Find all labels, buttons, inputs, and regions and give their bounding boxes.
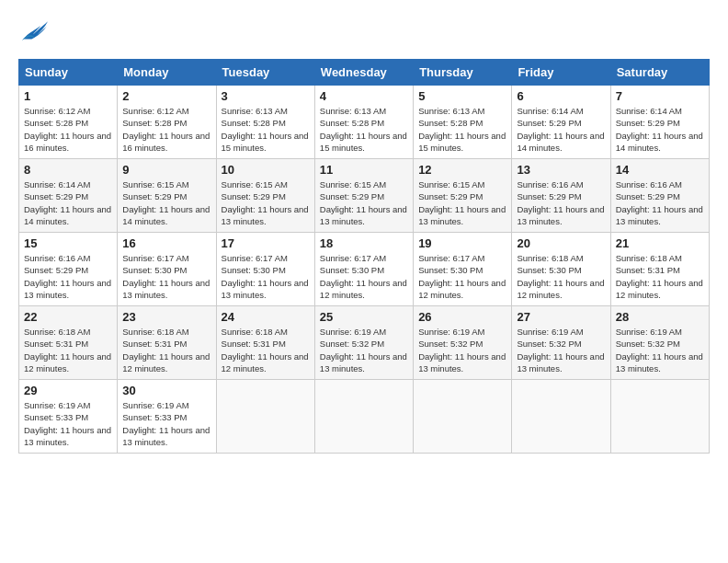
header-friday: Friday	[512, 60, 610, 86]
day-number: 9	[122, 163, 210, 177]
day-info: Sunrise: 6:17 AM Sunset: 5:30 PM Dayligh…	[122, 252, 210, 301]
calendar-day-cell: 23 Sunrise: 6:18 AM Sunset: 5:31 PM Dayl…	[118, 306, 216, 380]
day-number: 13	[517, 163, 605, 177]
day-number: 20	[517, 236, 605, 250]
day-number: 23	[122, 310, 210, 324]
header	[18, 18, 710, 44]
calendar-day-cell: 8 Sunrise: 6:14 AM Sunset: 5:29 PM Dayli…	[19, 159, 118, 233]
day-info: Sunrise: 6:12 AM Sunset: 5:28 PM Dayligh…	[122, 105, 210, 154]
day-info: Sunrise: 6:12 AM Sunset: 5:28 PM Dayligh…	[24, 105, 112, 154]
calendar-body: 1 Sunrise: 6:12 AM Sunset: 5:28 PM Dayli…	[19, 86, 710, 454]
calendar-day-cell	[512, 380, 610, 454]
day-info: Sunrise: 6:14 AM Sunset: 5:29 PM Dayligh…	[517, 105, 605, 154]
day-number: 8	[24, 163, 112, 177]
day-number: 10	[222, 163, 310, 177]
calendar-week-row: 22 Sunrise: 6:18 AM Sunset: 5:31 PM Dayl…	[19, 306, 710, 380]
day-number: 26	[418, 310, 506, 324]
day-number: 12	[418, 163, 506, 177]
calendar-day-cell: 27 Sunrise: 6:19 AM Sunset: 5:32 PM Dayl…	[512, 306, 610, 380]
day-info: Sunrise: 6:18 AM Sunset: 5:31 PM Dayligh…	[616, 252, 704, 301]
day-info: Sunrise: 6:17 AM Sunset: 5:30 PM Dayligh…	[418, 252, 506, 301]
calendar-day-cell: 12 Sunrise: 6:15 AM Sunset: 5:29 PM Dayl…	[414, 159, 512, 233]
calendar-day-cell: 2 Sunrise: 6:12 AM Sunset: 5:28 PM Dayli…	[118, 86, 216, 159]
day-info: Sunrise: 6:19 AM Sunset: 5:33 PM Dayligh…	[24, 399, 112, 448]
day-number: 21	[616, 236, 704, 250]
day-info: Sunrise: 6:19 AM Sunset: 5:32 PM Dayligh…	[517, 326, 605, 374]
calendar-day-cell: 20 Sunrise: 6:18 AM Sunset: 5:30 PM Dayl…	[512, 233, 610, 306]
calendar-day-cell: 4 Sunrise: 6:13 AM Sunset: 5:28 PM Dayli…	[314, 86, 413, 159]
calendar-week-row: 8 Sunrise: 6:14 AM Sunset: 5:29 PM Dayli…	[19, 159, 710, 233]
calendar-day-cell	[216, 380, 314, 454]
day-info: Sunrise: 6:13 AM Sunset: 5:28 PM Dayligh…	[320, 105, 408, 154]
day-info: Sunrise: 6:13 AM Sunset: 5:28 PM Dayligh…	[222, 105, 310, 154]
day-info: Sunrise: 6:19 AM Sunset: 5:32 PM Dayligh…	[418, 326, 506, 374]
calendar-day-cell: 18 Sunrise: 6:17 AM Sunset: 5:30 PM Dayl…	[314, 233, 413, 306]
day-info: Sunrise: 6:14 AM Sunset: 5:29 PM Dayligh…	[24, 178, 112, 227]
calendar-day-cell: 1 Sunrise: 6:12 AM Sunset: 5:28 PM Dayli…	[19, 86, 118, 159]
calendar-day-cell: 30 Sunrise: 6:19 AM Sunset: 5:33 PM Dayl…	[118, 380, 216, 454]
day-info: Sunrise: 6:16 AM Sunset: 5:29 PM Dayligh…	[517, 178, 605, 227]
calendar-day-cell: 6 Sunrise: 6:14 AM Sunset: 5:29 PM Dayli…	[512, 86, 610, 159]
calendar-week-row: 1 Sunrise: 6:12 AM Sunset: 5:28 PM Dayli…	[19, 86, 710, 159]
calendar-day-cell: 13 Sunrise: 6:16 AM Sunset: 5:29 PM Dayl…	[512, 159, 610, 233]
day-number: 7	[616, 89, 704, 103]
day-info: Sunrise: 6:15 AM Sunset: 5:29 PM Dayligh…	[418, 178, 506, 227]
day-info: Sunrise: 6:18 AM Sunset: 5:31 PM Dayligh…	[24, 326, 112, 374]
day-number: 4	[320, 89, 408, 103]
calendar-day-cell: 29 Sunrise: 6:19 AM Sunset: 5:33 PM Dayl…	[19, 380, 118, 454]
day-number: 6	[517, 89, 605, 103]
day-number: 5	[418, 89, 506, 103]
calendar-day-cell: 14 Sunrise: 6:16 AM Sunset: 5:29 PM Dayl…	[610, 159, 709, 233]
day-number: 11	[320, 163, 408, 177]
header-wednesday: Wednesday	[314, 60, 413, 86]
day-number: 25	[320, 310, 408, 324]
day-number: 3	[222, 89, 310, 103]
day-number: 14	[616, 163, 704, 177]
header-tuesday: Tuesday	[216, 60, 314, 86]
calendar-week-row: 15 Sunrise: 6:16 AM Sunset: 5:29 PM Dayl…	[19, 233, 710, 306]
day-number: 15	[24, 236, 112, 250]
header-thursday: Thursday	[414, 60, 512, 86]
day-info: Sunrise: 6:18 AM Sunset: 5:31 PM Dayligh…	[122, 326, 210, 374]
day-number: 19	[418, 236, 506, 250]
day-info: Sunrise: 6:19 AM Sunset: 5:33 PM Dayligh…	[122, 399, 210, 448]
day-number: 2	[122, 89, 210, 103]
day-number: 16	[122, 236, 210, 250]
logo	[18, 18, 51, 44]
calendar-day-cell: 22 Sunrise: 6:18 AM Sunset: 5:31 PM Dayl…	[19, 306, 118, 380]
day-info: Sunrise: 6:18 AM Sunset: 5:30 PM Dayligh…	[517, 252, 605, 301]
day-number: 29	[24, 384, 112, 397]
logo-icon	[18, 18, 48, 44]
calendar-day-cell: 26 Sunrise: 6:19 AM Sunset: 5:32 PM Dayl…	[414, 306, 512, 380]
calendar-day-cell: 5 Sunrise: 6:13 AM Sunset: 5:28 PM Dayli…	[414, 86, 512, 159]
day-info: Sunrise: 6:14 AM Sunset: 5:29 PM Dayligh…	[616, 105, 704, 154]
weekday-header-row: Sunday Monday Tuesday Wednesday Thursday…	[19, 60, 710, 86]
day-number: 27	[517, 310, 605, 324]
calendar-day-cell: 3 Sunrise: 6:13 AM Sunset: 5:28 PM Dayli…	[216, 86, 314, 159]
day-number: 24	[222, 310, 310, 324]
calendar-day-cell: 24 Sunrise: 6:18 AM Sunset: 5:31 PM Dayl…	[216, 306, 314, 380]
calendar-day-cell	[610, 380, 709, 454]
calendar-day-cell	[314, 380, 413, 454]
day-info: Sunrise: 6:15 AM Sunset: 5:29 PM Dayligh…	[122, 178, 210, 227]
calendar-table: Sunday Monday Tuesday Wednesday Thursday…	[18, 59, 710, 454]
day-info: Sunrise: 6:16 AM Sunset: 5:29 PM Dayligh…	[24, 252, 112, 301]
day-number: 22	[24, 310, 112, 324]
day-number: 30	[122, 384, 210, 397]
day-info: Sunrise: 6:19 AM Sunset: 5:32 PM Dayligh…	[320, 326, 408, 374]
calendar-day-cell: 28 Sunrise: 6:19 AM Sunset: 5:32 PM Dayl…	[610, 306, 709, 380]
day-info: Sunrise: 6:15 AM Sunset: 5:29 PM Dayligh…	[320, 178, 408, 227]
day-number: 1	[24, 89, 112, 103]
day-info: Sunrise: 6:15 AM Sunset: 5:29 PM Dayligh…	[222, 178, 310, 227]
day-info: Sunrise: 6:19 AM Sunset: 5:32 PM Dayligh…	[616, 326, 704, 374]
calendar-day-cell: 7 Sunrise: 6:14 AM Sunset: 5:29 PM Dayli…	[610, 86, 709, 159]
header-saturday: Saturday	[610, 60, 709, 86]
day-info: Sunrise: 6:17 AM Sunset: 5:30 PM Dayligh…	[320, 252, 408, 301]
calendar-day-cell: 16 Sunrise: 6:17 AM Sunset: 5:30 PM Dayl…	[118, 233, 216, 306]
day-number: 28	[616, 310, 704, 324]
day-number: 17	[222, 236, 310, 250]
calendar-day-cell: 25 Sunrise: 6:19 AM Sunset: 5:32 PM Dayl…	[314, 306, 413, 380]
day-number: 18	[320, 236, 408, 250]
header-monday: Monday	[118, 60, 216, 86]
calendar-day-cell: 10 Sunrise: 6:15 AM Sunset: 5:29 PM Dayl…	[216, 159, 314, 233]
